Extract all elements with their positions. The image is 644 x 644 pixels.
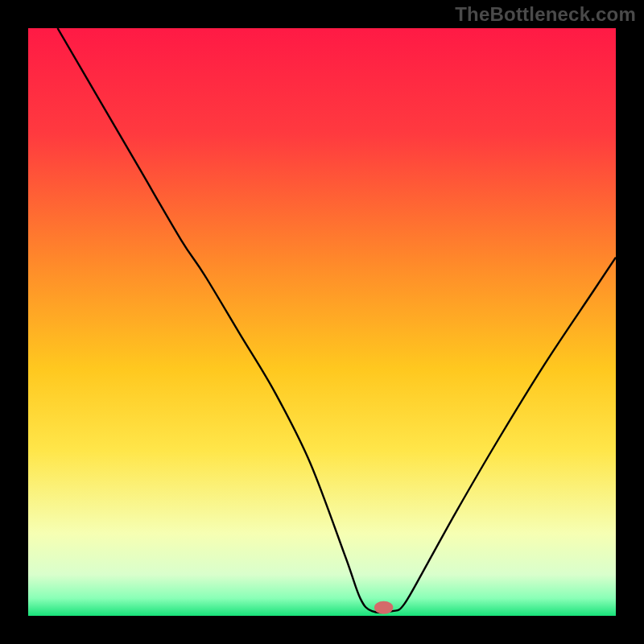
watermark-text: TheBottleneck.com (455, 3, 636, 26)
optimal-point-marker (374, 601, 393, 614)
plot-area (28, 28, 616, 616)
chart-container: TheBottleneck.com (0, 0, 644, 644)
gradient-background (28, 28, 616, 616)
chart-svg (28, 28, 616, 616)
